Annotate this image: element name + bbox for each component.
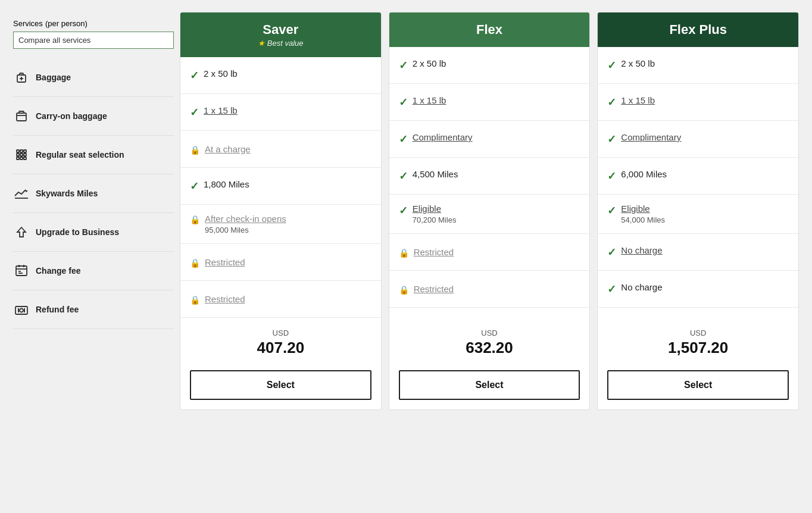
flex-plus-upgrade-text[interactable]: Eligible: [621, 204, 649, 214]
flex-pricing: USD 632.20: [389, 318, 590, 364]
flex-plus-carryon-text[interactable]: 1 x 15 lb: [621, 95, 655, 105]
plan-saver-badge: ★ Best value: [186, 39, 375, 48]
flex-plus-row-refund: ✓ No charge: [598, 271, 798, 308]
plan-saver: Saver ★ Best value ✓ 2 x 50 lb ✓ 1 x 15 …: [180, 12, 382, 410]
saver-baggage-text: 2 x 50 lb: [204, 68, 238, 79]
sidebar-item-carryon: Carry-on baggage: [13, 97, 174, 136]
saver-row-seat: 🔒 At a charge: [180, 131, 381, 168]
flex-row-seat: ✓ Complimentary: [389, 121, 590, 158]
flex-row-miles: ✓ 4,500 Miles: [389, 158, 590, 195]
saver-pricing: USD 407.20: [180, 318, 381, 364]
sidebar-miles-label: Skywards Miles: [36, 189, 98, 198]
lock-icon: 🔒: [399, 248, 409, 258]
saver-change-text[interactable]: Restricted: [205, 257, 245, 267]
check-icon: ✓: [607, 96, 616, 109]
plan-flex-plus-header: Flex Plus: [598, 12, 798, 47]
change-icon: [13, 262, 30, 279]
baggage-icon: [13, 69, 30, 86]
flex-carryon-text[interactable]: 1 x 15 lb: [413, 95, 446, 105]
plan-flex-rows: ✓ 2 x 50 lb ✓ 1 x 15 lb ✓ Complimentary: [389, 47, 590, 318]
saver-row-upgrade: 🔒 After check-in opens 95,000 Miles: [180, 205, 381, 244]
flex-change-text[interactable]: Restricted: [414, 247, 454, 257]
svg-rect-11: [17, 157, 19, 159]
plan-flex-header: Flex: [389, 12, 590, 47]
svg-rect-3: [17, 113, 26, 121]
saver-refund-text[interactable]: Restricted: [205, 294, 245, 304]
check-icon: ✓: [607, 170, 616, 183]
saver-row-miles: ✓ 1,800 Miles: [180, 168, 381, 205]
sidebar-item-change: Change fee: [13, 252, 174, 290]
svg-rect-15: [16, 266, 27, 276]
miles-icon: [13, 185, 30, 202]
flex-refund-text[interactable]: Restricted: [414, 284, 454, 294]
flex-plus-price: 1,507.20: [607, 339, 789, 357]
svg-rect-7: [24, 150, 26, 152]
check-icon: ✓: [399, 133, 408, 146]
sidebar-refund-label: Refund fee: [36, 305, 79, 314]
flex-plus-row-upgrade: ✓ Eligible 54,000 Miles: [598, 195, 798, 234]
sidebar-seat-label: Regular seat selection: [36, 150, 124, 159]
flex-plus-row-seat: ✓ Complimentary: [598, 121, 798, 158]
plan-flex-plus: Flex Plus ✓ 2 x 50 lb ✓ 1 x 15 lb: [597, 12, 799, 410]
flex-plus-select-button[interactable]: Select: [607, 370, 789, 400]
plans-container: Saver ★ Best value ✓ 2 x 50 lb ✓ 1 x 15 …: [180, 12, 799, 410]
check-icon: ✓: [607, 283, 616, 296]
lock-icon: 🔒: [190, 258, 200, 268]
flex-plus-change-text[interactable]: No charge: [621, 245, 662, 255]
plan-flex: Flex ✓ 2 x 50 lb ✓ 1 x 15 lb: [389, 12, 591, 410]
flex-price: 632.20: [399, 339, 580, 357]
flex-plus-pricing: USD 1,507.20: [598, 318, 798, 364]
svg-rect-13: [24, 157, 26, 159]
flex-seat-text[interactable]: Complimentary: [413, 132, 473, 142]
plan-flex-plus-rows: ✓ 2 x 50 lb ✓ 1 x 15 lb ✓ Complimentary: [598, 47, 798, 318]
flex-row-baggage: ✓ 2 x 50 lb: [389, 47, 590, 84]
flex-plus-seat-text[interactable]: Complimentary: [621, 132, 681, 142]
check-icon: ✓: [399, 204, 408, 217]
flex-plus-upgrade-subtext: 54,000 Miles: [621, 215, 665, 224]
saver-row-carryon: ✓ 1 x 15 lb: [180, 94, 381, 131]
lock-icon: 🔒: [190, 215, 200, 224]
saver-upgrade-text[interactable]: After check-in opens: [205, 214, 286, 224]
saver-row-refund: 🔒 Restricted: [180, 281, 381, 318]
svg-rect-8: [17, 154, 19, 156]
carryon-icon: [13, 108, 30, 124]
flex-plus-row-change: ✓ No charge: [598, 234, 798, 271]
flex-row-upgrade: ✓ Eligible 70,200 Miles: [389, 195, 590, 234]
saver-select-container: Select: [180, 364, 381, 409]
lock-icon: 🔒: [190, 145, 200, 155]
flex-plus-row-miles: ✓ 6,000 Miles: [598, 158, 798, 195]
flex-upgrade-text[interactable]: Eligible: [413, 204, 441, 214]
plan-saver-rows: ✓ 2 x 50 lb ✓ 1 x 15 lb 🔒 At a charge: [180, 57, 381, 318]
svg-rect-21: [15, 306, 27, 314]
flex-plus-miles-text: 6,000 Miles: [621, 169, 667, 179]
refund-icon: [13, 301, 30, 318]
saver-upgrade-subtext: 95,000 Miles: [205, 226, 286, 234]
sidebar-title-sub: (per person): [45, 19, 88, 28]
flex-select-container: Select: [389, 364, 590, 409]
svg-rect-23: [18, 308, 19, 312]
svg-rect-24: [24, 308, 25, 312]
sidebar-title-text: Services: [13, 19, 43, 28]
flex-plus-currency: USD: [607, 329, 789, 337]
saver-price: 407.20: [190, 339, 371, 357]
flex-plus-baggage-text: 2 x 50 lb: [621, 58, 655, 68]
compare-all-input[interactable]: [13, 32, 174, 49]
check-icon: ✓: [607, 133, 616, 146]
lock-icon: 🔒: [399, 285, 409, 295]
svg-rect-10: [24, 154, 26, 156]
flex-select-button[interactable]: Select: [399, 370, 580, 400]
check-icon: ✓: [190, 69, 199, 82]
flex-row-carryon: ✓ 1 x 15 lb: [389, 84, 590, 121]
saver-carryon-text[interactable]: 1 x 15 lb: [204, 105, 238, 115]
saver-miles-text: 1,800 Miles: [204, 179, 249, 189]
flex-currency: USD: [399, 329, 580, 337]
svg-rect-6: [20, 150, 23, 152]
flex-upgrade-subtext: 70,200 Miles: [413, 215, 457, 224]
saver-select-button[interactable]: Select: [190, 370, 371, 400]
star-icon: ★: [258, 39, 267, 48]
saver-seat-text[interactable]: At a charge: [205, 144, 251, 154]
check-icon: ✓: [399, 96, 408, 109]
check-icon: ✓: [190, 106, 199, 119]
sidebar-baggage-label: Baggage: [36, 73, 71, 82]
check-icon: ✓: [607, 59, 616, 72]
